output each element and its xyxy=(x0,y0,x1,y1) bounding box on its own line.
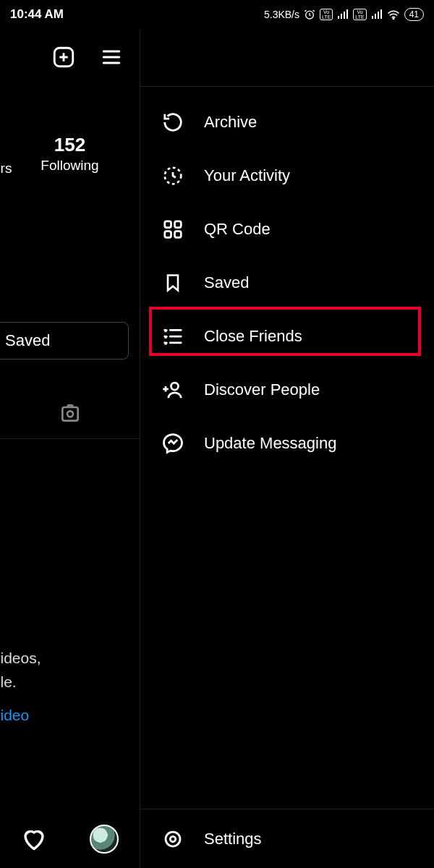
menu-discover-people[interactable]: Discover People xyxy=(140,363,434,417)
activity-icon xyxy=(161,163,185,188)
settings-icon xyxy=(161,827,185,851)
menu-update-messaging[interactable]: Update Messaging xyxy=(140,417,434,470)
empty-state-text: videos, file. video xyxy=(0,647,41,728)
svg-rect-6 xyxy=(165,221,171,228)
wifi-icon xyxy=(387,9,400,20)
menu-archive[interactable]: Archive xyxy=(140,95,434,149)
drawer-header xyxy=(140,29,434,87)
battery-indicator: 41 xyxy=(404,8,424,21)
empty-state-link[interactable]: video xyxy=(0,704,41,728)
signal-icon-1 xyxy=(337,9,349,20)
menu-label: QR Code xyxy=(204,220,271,239)
following-stat[interactable]: 152 Following xyxy=(0,134,140,174)
menu-your-activity[interactable]: Your Activity xyxy=(140,149,434,203)
menu-qr-code[interactable]: QR Code xyxy=(140,203,434,256)
menu-label: Your Activity xyxy=(204,166,290,185)
menu-settings[interactable]: Settings xyxy=(140,809,434,868)
svg-rect-9 xyxy=(175,231,182,238)
svg-point-4 xyxy=(67,411,73,417)
following-count: 152 xyxy=(0,134,140,156)
status-net-speed: 5.3KB/s xyxy=(264,9,299,20)
bookmark-icon xyxy=(161,271,185,295)
tagged-tab[interactable] xyxy=(0,387,140,439)
following-label: Following xyxy=(0,158,140,174)
menu-label: Saved xyxy=(204,273,249,292)
signal-icon-2 xyxy=(371,9,383,20)
status-time: 10:44 AM xyxy=(10,7,64,22)
settings-drawer: Archive Your Activity QR Code Saved xyxy=(140,29,434,868)
qr-code-icon xyxy=(161,217,185,242)
lte-chip-1: VoLTE xyxy=(320,9,333,20)
profile-avatar[interactable] xyxy=(90,825,119,854)
lte-chip-2: VoLTE xyxy=(353,9,366,20)
svg-rect-7 xyxy=(175,221,182,228)
svg-rect-8 xyxy=(165,231,171,238)
activity-heart-icon[interactable] xyxy=(21,826,47,852)
menu-saved[interactable]: Saved xyxy=(140,256,434,310)
create-button[interactable] xyxy=(50,43,77,71)
alarm-icon xyxy=(304,9,315,20)
discover-people-icon xyxy=(161,378,185,402)
svg-rect-3 xyxy=(62,407,77,421)
menu-label: Discover People xyxy=(204,380,320,399)
menu-label: Settings xyxy=(204,830,262,848)
svg-point-10 xyxy=(171,383,179,390)
svg-point-12 xyxy=(170,836,176,842)
profile-underlay: ers 152 Following Saved videos, file. vi… xyxy=(0,29,140,868)
tagged-icon xyxy=(59,401,82,425)
svg-point-1 xyxy=(393,18,394,20)
saved-tab-label: Saved xyxy=(5,331,50,350)
menu-label: Archive xyxy=(204,113,257,132)
messenger-icon xyxy=(161,431,185,456)
hamburger-menu-button[interactable] xyxy=(98,43,125,71)
status-bar: 10:44 AM 5.3KB/s VoLTE VoLTE 41 xyxy=(0,0,434,29)
tutorial-highlight xyxy=(149,307,421,356)
archive-icon xyxy=(161,110,185,135)
menu-label: Update Messaging xyxy=(204,434,336,453)
svg-point-11 xyxy=(166,832,180,846)
saved-tab-button[interactable]: Saved xyxy=(0,322,129,359)
